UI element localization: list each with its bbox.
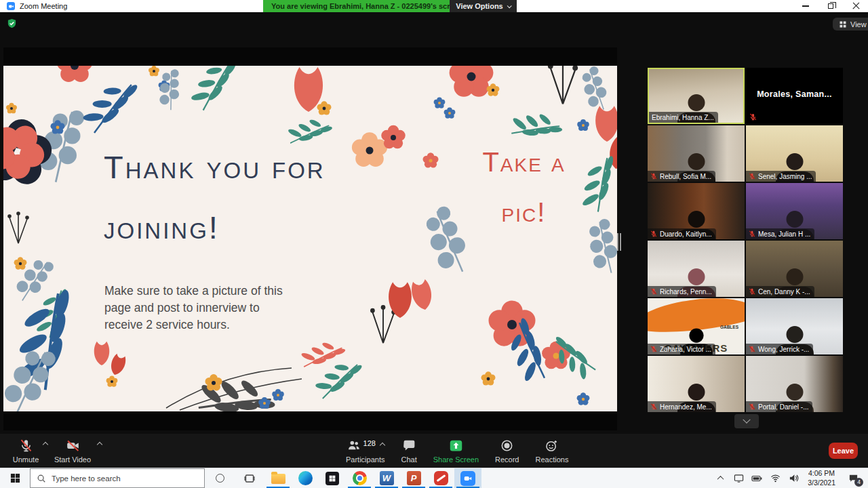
muted-mic-icon <box>650 173 657 180</box>
chat-button[interactable]: Chat <box>393 434 425 468</box>
muted-mic-icon <box>650 230 657 237</box>
system-tray: 4:06 PM 3/3/2021 4 <box>712 468 868 488</box>
zoom-icon <box>460 471 475 486</box>
clock-time: 4:06 PM <box>808 469 835 478</box>
edge-button[interactable] <box>292 468 319 488</box>
grid-view-icon <box>839 20 847 28</box>
view-options-button[interactable]: View Options <box>450 0 517 12</box>
file-explorer-button[interactable] <box>264 468 292 488</box>
network-tray-button[interactable] <box>767 468 783 488</box>
participant-name-label: Rebull, Sofia M... <box>648 171 715 182</box>
participant-tile-morales[interactable]: Morales, Saman... <box>746 68 843 124</box>
slide-cta-text: Take a pic! <box>468 137 580 237</box>
minimize-icon <box>802 5 809 6</box>
wifi-icon <box>770 473 781 483</box>
participant-video-off: Morales, Saman... <box>746 68 843 124</box>
start-video-button[interactable]: Start Video <box>47 434 98 468</box>
chrome-icon <box>353 471 367 485</box>
security-shield-icon[interactable] <box>7 18 17 28</box>
participant-tile-rebull[interactable]: Rebull, Sofia M... <box>648 125 745 182</box>
participants-button[interactable]: 128 Participants <box>338 434 393 468</box>
participant-name-label: Duardo, Kaitlyn... <box>648 228 716 239</box>
record-icon <box>500 439 514 453</box>
window-controls <box>793 0 868 12</box>
muted-mic-icon <box>650 288 657 295</box>
meeting-area: View <box>0 12 868 468</box>
participant-name-label: Zaharia, Victor ... <box>648 344 715 354</box>
taskbar-search[interactable] <box>30 468 205 488</box>
share-screen-button[interactable]: Share Screen <box>425 434 487 468</box>
slide-content: Thank you for joining! Make sure to take… <box>3 66 617 411</box>
participant-tile-mesa[interactable]: Mesa, Julian H ... <box>746 183 843 239</box>
powerpoint-icon <box>407 471 421 485</box>
search-icon <box>37 474 46 483</box>
participants-panel: Ebrahimi, Hanna Z... Morales, Saman... R… <box>648 68 843 412</box>
logo-subtext: GABLES <box>720 325 738 329</box>
edge-icon <box>298 471 313 485</box>
word-button[interactable] <box>373 468 400 488</box>
participant-tile-hernandez[interactable]: Hernandez, Me... <box>648 356 745 412</box>
restore-icon <box>828 3 833 9</box>
meeting-toolbar: Unmute Start Video 128 Participants <box>0 434 868 468</box>
red-app-icon <box>434 471 448 485</box>
monitor-icon <box>734 473 744 483</box>
record-button[interactable]: Record <box>487 434 527 468</box>
participant-tile-cen[interactable]: Cen, Danny K -... <box>746 241 843 297</box>
store-button[interactable] <box>319 468 346 488</box>
participant-name-label: Mesa, Julian H ... <box>746 228 814 239</box>
participant-tile-zaharia[interactable]: GABLES CAVALIERS Zaharia, Victor ... <box>648 298 745 354</box>
slide-cta-line1: Take a <box>468 137 580 187</box>
powerpoint-button[interactable] <box>400 468 427 488</box>
action-center-button[interactable]: 4 <box>842 468 865 488</box>
task-view-icon <box>244 473 255 484</box>
unmute-button[interactable]: Unmute <box>8 434 43 468</box>
minimize-button[interactable] <box>793 0 818 12</box>
scroll-participants-button[interactable] <box>734 414 759 428</box>
muted-mic-icon <box>749 113 757 121</box>
participant-name-label: Cen, Danny K -... <box>746 286 814 297</box>
cortana-button[interactable] <box>205 468 235 488</box>
display-tray-button[interactable] <box>730 468 747 488</box>
participant-name-label: Ebrahimi, Hanna Z... <box>649 112 718 123</box>
leave-button[interactable]: Leave <box>829 443 858 459</box>
search-input[interactable] <box>52 474 180 483</box>
tray-overflow-button[interactable] <box>712 468 728 488</box>
zoom-taskbar-button[interactable] <box>454 468 481 488</box>
cortana-icon <box>216 474 224 483</box>
panel-resize-handle[interactable] <box>616 230 622 253</box>
windows-start-icon <box>10 473 20 483</box>
participants-count: 128 <box>363 439 376 447</box>
desktop: Zoom Meeting You are viewing Ebrahimi, H… <box>0 0 868 488</box>
view-layout-button[interactable]: View <box>833 18 868 30</box>
start-button[interactable] <box>0 468 30 488</box>
participant-tile-wong[interactable]: Wong, Jerrick -... <box>746 298 843 354</box>
volume-tray-button[interactable] <box>785 468 802 488</box>
participant-tile-richards[interactable]: Richards, Penn... <box>648 241 745 297</box>
taskbar-clock[interactable]: 4:06 PM 3/3/2021 <box>804 469 840 487</box>
participant-tile-senel[interactable]: Senel, Jasming ... <box>746 125 843 182</box>
participants-options-caret[interactable] <box>380 443 385 448</box>
clock-date: 3/3/2021 <box>808 479 835 487</box>
slide-cta-line2: pic! <box>468 187 580 237</box>
video-options-caret[interactable] <box>97 442 102 447</box>
muted-mic-icon <box>749 403 755 410</box>
participant-name-label: Senel, Jasming ... <box>746 171 816 182</box>
slide-heading-line2: joining! <box>104 197 326 258</box>
restore-button[interactable] <box>818 0 843 12</box>
chat-icon <box>402 439 416 453</box>
red-app-button[interactable] <box>427 468 454 488</box>
participant-tile-duardo[interactable]: Duardo, Kaitlyn... <box>648 183 745 239</box>
muted-mic-icon <box>19 439 33 453</box>
reactions-button[interactable]: Reactions <box>527 434 576 468</box>
participant-tile-portal[interactable]: Portal, Daniel -... <box>746 356 843 412</box>
close-button[interactable] <box>843 0 868 12</box>
chrome-button[interactable] <box>346 468 373 488</box>
task-view-button[interactable] <box>235 468 264 488</box>
muted-mic-icon <box>749 230 755 237</box>
chevron-down-icon <box>507 3 511 8</box>
battery-tray-button[interactable] <box>749 468 765 488</box>
shared-screen: Thank you for joining! Make sure to take… <box>3 47 617 430</box>
slide-heading: Thank you for joining! <box>104 137 326 258</box>
participant-tile-ebrahimi[interactable]: Ebrahimi, Hanna Z... <box>648 68 745 124</box>
chevron-down-icon <box>743 415 750 423</box>
